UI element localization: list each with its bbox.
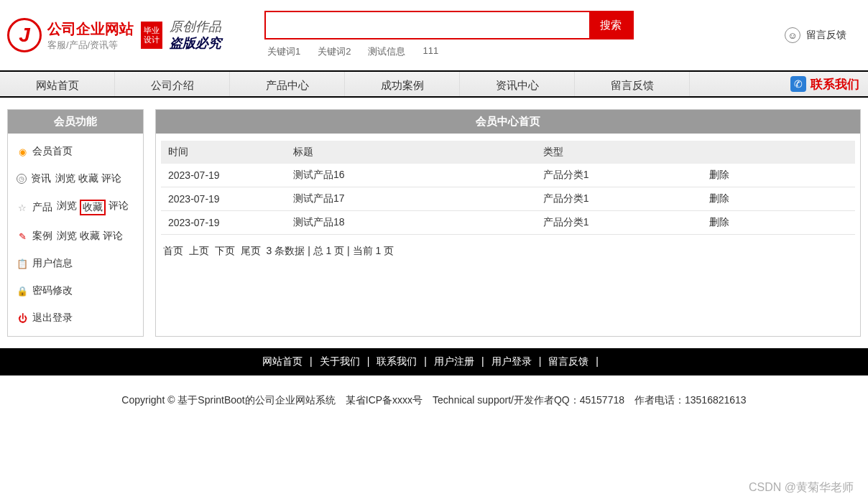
lock-icon: 🔒 (17, 285, 28, 297)
headset-icon: ☺ (785, 27, 800, 43)
sidebar-item-product: ☆ 产品 浏览 收藏 评论 (8, 192, 143, 223)
contact-us[interactable]: ✆ 联系我们 (782, 72, 868, 96)
star-icon: ☆ (17, 202, 28, 213)
page-next[interactable]: 下页 (215, 245, 235, 256)
case-browse-link[interactable]: 浏览 (57, 230, 77, 243)
main-panel: 会员中心首页 时间 标题 类型 2023-07-19测试产品16产品分类1删除2… (155, 109, 861, 337)
separator: | (596, 355, 599, 367)
search-box: 搜索 (264, 11, 634, 39)
edit-icon: ✎ (17, 230, 28, 242)
footer-link[interactable]: 留言反馈 (548, 355, 588, 367)
cell-title: 测试产品18 (286, 211, 536, 235)
power-icon: ⏻ (17, 312, 28, 324)
nav-products[interactable]: 产品中心 (230, 72, 345, 96)
pagination: 首页 上页 下页 尾页 3 条数据 | 总 1 页 | 当前 1 页 (156, 242, 860, 268)
page-summary: 3 条数据 | 总 1 页 | 当前 1 页 (267, 245, 394, 256)
logo[interactable]: J 公司企业网站 客服/产品/资讯等 (7, 18, 134, 52)
page-prev[interactable]: 上页 (189, 245, 209, 256)
sidebar: 会员功能 ◉ 会员首页 ◷ 资讯 浏览 收藏 评论 ☆ 产品 浏览 收 (7, 109, 144, 337)
sidebar-item-home[interactable]: ◉ 会员首页 (8, 138, 143, 165)
clock-icon: ◷ (17, 174, 27, 184)
copyright: Copyright © 基于SprintBoot的公司企业网站系统 某省ICP备… (0, 375, 868, 426)
nav-about[interactable]: 公司介绍 (115, 72, 230, 96)
col-title: 标题 (286, 141, 536, 164)
separator: | (310, 355, 313, 367)
separator: | (424, 355, 427, 367)
sidebar-item-news: ◷ 资讯 浏览 收藏 评论 (8, 165, 143, 192)
footer-link[interactable]: 网站首页 (262, 355, 303, 367)
news-browse-link[interactable]: 浏览 (55, 172, 75, 185)
data-table: 时间 标题 类型 2023-07-19测试产品16产品分类1删除2023-07-… (161, 141, 855, 235)
feedback-link-top[interactable]: ☺ 留言反馈 (785, 27, 861, 43)
news-comment-link[interactable]: 评论 (101, 172, 121, 185)
logo-icon: J (7, 18, 42, 52)
site-title: 公司企业网站 (47, 19, 134, 39)
delete-link[interactable]: 删除 (709, 216, 729, 228)
keyword-link[interactable]: 关键词1 (267, 45, 300, 58)
header: J 公司企业网站 客服/产品/资讯等 毕业设计 原创作品 盗版必究 搜索 关键词… (0, 0, 868, 70)
search-button[interactable]: 搜索 (589, 12, 632, 38)
sidebar-item-password[interactable]: 🔒 密码修改 (8, 277, 143, 304)
sidebar-item-userinfo[interactable]: 📋 用户信息 (8, 250, 143, 277)
footer-link[interactable]: 关于我们 (320, 355, 360, 367)
nav-cases[interactable]: 成功案例 (345, 72, 460, 96)
keyword-link[interactable]: 关键词2 (318, 45, 351, 58)
page-last[interactable]: 尾页 (241, 245, 261, 256)
table-row: 2023-07-19测试产品16产品分类1删除 (161, 164, 855, 187)
main-nav: 网站首页 公司介绍 产品中心 成功案例 资讯中心 留言反馈 ✆ 联系我们 (0, 70, 868, 98)
case-favorite-link[interactable]: 收藏 (80, 230, 100, 243)
design-badge: 毕业设计 (141, 22, 162, 49)
col-type: 类型 (536, 141, 703, 164)
footer-link[interactable]: 联系我们 (377, 355, 417, 367)
delete-link[interactable]: 删除 (709, 169, 729, 180)
footer-link[interactable]: 用户登录 (491, 355, 532, 367)
footer-link[interactable]: 用户注册 (434, 355, 474, 367)
home-icon: ◉ (17, 146, 28, 157)
site-subtitle: 客服/产品/资讯等 (47, 39, 134, 52)
col-time: 时间 (161, 141, 286, 164)
keyword-link[interactable]: 111 (423, 45, 438, 58)
footer-nav: 网站首页|关于我们|联系我们|用户注册|用户登录|留言反馈| (0, 348, 868, 375)
sidebar-item-logout[interactable]: ⏻ 退出登录 (8, 304, 143, 332)
nav-feedback[interactable]: 留言反馈 (575, 72, 690, 96)
table-row: 2023-07-19测试产品17产品分类1删除 (161, 187, 855, 211)
phone-icon: ✆ (790, 76, 806, 92)
nav-home[interactable]: 网站首页 (0, 72, 115, 96)
cell-title: 测试产品17 (286, 187, 536, 211)
search-input[interactable] (266, 12, 589, 38)
separator: | (481, 355, 484, 367)
cell-time: 2023-07-19 (161, 211, 286, 235)
user-icon: 📋 (17, 258, 28, 269)
product-favorite-link[interactable]: 收藏 (80, 200, 106, 215)
keyword-link[interactable]: 测试信息 (368, 45, 405, 58)
slogan: 原创作品 盗版必究 (170, 19, 221, 52)
sidebar-item-case: ✎ 案例 浏览 收藏 评论 (8, 223, 143, 250)
cell-title: 测试产品16 (286, 164, 536, 187)
cell-type: 产品分类1 (536, 211, 703, 235)
page-first[interactable]: 首页 (163, 245, 183, 256)
case-comment-link[interactable]: 评论 (103, 230, 123, 243)
cell-time: 2023-07-19 (161, 187, 286, 211)
product-comment-link[interactable]: 评论 (108, 200, 129, 215)
col-action (702, 141, 855, 164)
nav-news[interactable]: 资讯中心 (460, 72, 575, 96)
cell-type: 产品分类1 (536, 164, 703, 187)
cell-time: 2023-07-19 (161, 164, 286, 187)
table-row: 2023-07-19测试产品18产品分类1删除 (161, 211, 855, 235)
news-favorite-link[interactable]: 收藏 (78, 172, 98, 185)
main-title: 会员中心首页 (156, 110, 860, 134)
delete-link[interactable]: 删除 (709, 192, 729, 204)
cell-type: 产品分类1 (536, 187, 703, 211)
sidebar-title: 会员功能 (8, 110, 143, 134)
separator: | (539, 355, 542, 367)
keyword-list: 关键词1 关键词2 测试信息 111 (264, 44, 634, 60)
separator: | (367, 355, 370, 367)
product-browse-link[interactable]: 浏览 (57, 200, 77, 215)
